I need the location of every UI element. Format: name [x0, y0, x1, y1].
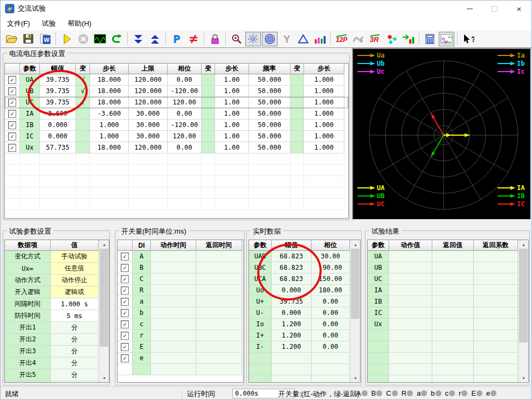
phase-cell[interactable]: 0.00: [168, 108, 202, 120]
var3-cell[interactable]: [291, 97, 304, 108]
waveform-button[interactable]: Wz: [439, 32, 454, 46]
var3-cell[interactable]: [291, 108, 304, 120]
var2-cell[interactable]: [202, 120, 215, 131]
checkbox[interactable]: ✓: [121, 298, 129, 306]
checkbox[interactable]: ✓: [8, 99, 16, 107]
var2-cell[interactable]: [202, 97, 215, 108]
var2-cell[interactable]: [202, 131, 215, 142]
var2-cell[interactable]: [202, 108, 215, 120]
undo-button[interactable]: [109, 32, 125, 46]
scroll-up-icon[interactable]: ▲: [351, 240, 360, 249]
amp-cell[interactable]: 0.000: [40, 120, 76, 131]
checkbox[interactable]: ✓: [121, 286, 129, 294]
limit-cell[interactable]: 30.000: [129, 120, 168, 131]
checkbox[interactable]: ✓: [8, 110, 16, 118]
var3-cell[interactable]: [291, 142, 304, 153]
p12-button[interactable]: 12P: [334, 32, 349, 46]
checkbox[interactable]: ✓: [121, 343, 129, 351]
freq-cell[interactable]: 50.000: [249, 120, 291, 131]
scroll-down-icon[interactable]: ▼: [519, 374, 528, 382]
scroll-down-icon[interactable]: ▼: [351, 374, 360, 382]
step2-cell[interactable]: 1.00: [215, 131, 249, 142]
step2-cell[interactable]: 1.00: [215, 86, 249, 97]
star-button[interactable]: [245, 32, 261, 46]
lock-button[interactable]: [207, 32, 223, 46]
step3-cell[interactable]: 1.000: [304, 86, 344, 97]
value-cell[interactable]: 5 ms: [51, 310, 99, 322]
step2-cell[interactable]: 1.00: [215, 97, 249, 108]
limit-cell[interactable]: 30.000: [129, 131, 168, 142]
delta-button[interactable]: [295, 32, 311, 46]
menu-item-test[interactable]: 试验: [37, 17, 61, 30]
var1-cell[interactable]: √: [76, 74, 90, 86]
step-up-button[interactable]: [147, 32, 163, 46]
scroll-down-icon[interactable]: ▼: [100, 374, 109, 382]
var3-cell[interactable]: [291, 120, 304, 131]
freq-cell[interactable]: 50.000: [249, 108, 291, 120]
step1-cell[interactable]: 1.000: [90, 131, 129, 142]
amp-cell[interactable]: 3.600: [40, 108, 76, 120]
value-cell[interactable]: 手动试验: [51, 251, 99, 263]
step2-cell[interactable]: 1.00: [215, 142, 249, 153]
step3-cell[interactable]: 1.000: [304, 97, 344, 108]
var2-cell[interactable]: [202, 142, 215, 153]
step1-cell[interactable]: -3.600: [90, 108, 129, 120]
help-button[interactable]: ?: [460, 32, 476, 46]
freq-cell[interactable]: 50.000: [249, 142, 291, 153]
value-cell[interactable]: 分: [51, 369, 99, 381]
calculator-button[interactable]: [422, 32, 438, 46]
value-cell[interactable]: 逻辑或: [51, 286, 99, 298]
amp-cell[interactable]: 57.735: [40, 142, 76, 153]
var3-cell[interactable]: [291, 86, 304, 97]
step1-cell[interactable]: 18.000: [90, 142, 129, 153]
step2-cell[interactable]: 1.00: [215, 74, 249, 86]
checkbox[interactable]: ✓: [8, 121, 16, 129]
r3-button[interactable]: 3R: [367, 32, 383, 46]
scroll-thumb[interactable]: [351, 249, 360, 319]
scroll-up-icon[interactable]: ▲: [519, 240, 528, 249]
var1-cell[interactable]: [76, 120, 90, 131]
molecule-button[interactable]: [384, 32, 399, 46]
scroll-thumb[interactable]: [519, 249, 528, 342]
checkbox[interactable]: ✓: [8, 132, 16, 141]
checkbox[interactable]: ✓: [121, 264, 129, 272]
scroll-up-icon[interactable]: ▲: [100, 240, 109, 249]
step1-cell[interactable]: 18.000: [90, 97, 129, 108]
value-cell[interactable]: 动作停止: [51, 275, 99, 286]
menu-item-file[interactable]: 文件(F): [2, 17, 36, 30]
rings-button[interactable]: [262, 32, 278, 46]
not-equal-button[interactable]: [185, 32, 201, 46]
minimize-button[interactable]: [457, 1, 482, 17]
var3-cell[interactable]: [291, 74, 304, 86]
checkbox[interactable]: ✓: [121, 252, 129, 261]
checkbox[interactable]: ✓: [121, 332, 129, 340]
wave-view-button[interactable]: [92, 32, 108, 46]
step3-cell[interactable]: 1.000: [304, 74, 344, 86]
limit-cell[interactable]: 120.000: [129, 142, 168, 153]
checkbox[interactable]: ✓: [121, 320, 129, 328]
step3-cell[interactable]: 1.000: [304, 131, 344, 142]
maximize-button[interactable]: [482, 1, 507, 17]
export-doc-button[interactable]: W: [37, 32, 53, 46]
phase-cell[interactable]: 120.00: [168, 131, 202, 142]
checkbox[interactable]: ✓: [8, 76, 16, 84]
var1-cell[interactable]: √: [76, 97, 90, 108]
step1-cell[interactable]: 18.000: [90, 86, 129, 97]
checkbox[interactable]: ✓: [121, 275, 129, 283]
var1-cell[interactable]: [76, 142, 90, 153]
value-cell[interactable]: 分: [51, 346, 99, 357]
value-cell[interactable]: 任意值: [51, 263, 99, 275]
realtime-scrollbar[interactable]: ▲▼: [350, 240, 360, 382]
phase-cell[interactable]: 0.00: [168, 142, 202, 153]
step3-cell[interactable]: 1.000: [304, 108, 344, 120]
scroll-thumb[interactable]: [100, 249, 108, 347]
limit-cell[interactable]: 120.000: [129, 86, 168, 97]
freq-cell[interactable]: 50.000: [249, 131, 291, 142]
results-scrollbar[interactable]: ▲▼: [519, 240, 528, 382]
checkbox[interactable]: ✓: [8, 144, 16, 152]
step2-cell[interactable]: 1.00: [215, 108, 249, 120]
checkbox[interactable]: ✓: [121, 354, 129, 362]
menu-item-help[interactable]: 帮助(H): [63, 17, 97, 30]
value-cell[interactable]: 分: [51, 322, 99, 334]
var2-cell[interactable]: [202, 74, 215, 86]
